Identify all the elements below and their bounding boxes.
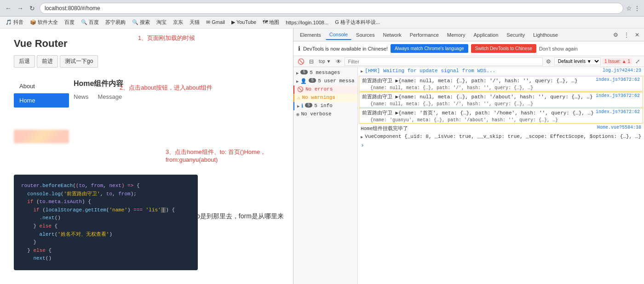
expand-icon[interactable]: ⤢: [634, 58, 641, 65]
tab-elements[interactable]: Elements: [296, 30, 325, 40]
mounted-text: Home组件挂载完毕了: [361, 125, 595, 132]
filter-warnings[interactable]: ⚠ No warnings: [293, 94, 357, 102]
settings-icon[interactable]: ⚙: [545, 58, 552, 65]
route2-source[interactable]: index.js?3672:62: [596, 93, 640, 98]
devtools-tabs: Elements Console Sources Network Perform…: [293, 28, 644, 41]
log-level-select[interactable]: Default levels ▼: [554, 57, 601, 65]
always-match-button[interactable]: Always match Chrome's language: [391, 44, 468, 53]
devtools-more-icon[interactable]: ⋮: [622, 31, 631, 39]
route3-sub: {name: 'guanyu', meta: {…}, path: '/abou…: [359, 117, 643, 123]
mounted-source[interactable]: Home.vue?5584:38: [597, 125, 641, 130]
menu-icon[interactable]: ⋮: [634, 5, 640, 12]
webpage-buttons: 后退 前进 测试一下go: [14, 55, 279, 68]
hmr-source[interactable]: log.js?4244:23: [603, 68, 641, 73]
switch-devtools-button[interactable]: Switch DevTools to Chinese: [471, 44, 536, 53]
hmr-text: [HMR] Waiting for update signal from WDS…: [365, 68, 601, 74]
bookmark-tmall[interactable]: 天猫: [188, 18, 201, 27]
issues-badge[interactable]: 1 Issue: ▲ 1: [603, 58, 632, 64]
sidebar-item-about[interactable]: About: [14, 79, 69, 93]
console-filter-input[interactable]: [345, 57, 543, 66]
to-from-annotation: to是到那里去，form是从哪里来: [195, 212, 284, 221]
eye-icon[interactable]: 👁: [334, 58, 343, 65]
console-filter-panel: ▶ 5 5 messages ▶ 👤 5 5 user messages 🚫 N…: [293, 67, 358, 284]
bookmark-gezi[interactable]: G 格子达本科毕设...: [333, 18, 382, 27]
bookmark-youtube[interactable]: ▶ YouTube: [230, 18, 258, 26]
test-button[interactable]: 测试一下go: [60, 55, 98, 68]
annotation-2: 2、点击about按钮，进入about组件: [120, 84, 213, 92]
log-row-mounted: Home组件挂载完毕了 Home.vue?5584:38: [358, 124, 644, 133]
filter-user-messages[interactable]: ▶ 👤 5 5 user messages: [293, 77, 357, 85]
bookmark-baidu1[interactable]: 百度: [63, 18, 76, 27]
bookmark-baidu2[interactable]: 🔍 百度: [79, 18, 101, 27]
log-row-route2: 前置路由守卫 ▶{name: null, meta: {…}, path: '/…: [359, 92, 643, 101]
vue-text: VueComponent {_uid: 8, _isVue: true, __v…: [365, 134, 641, 139]
user-msg-count: 5: [309, 78, 316, 83]
filter-label-messages: 5 messages: [310, 70, 355, 75]
route1-source[interactable]: index.js?3672:62: [596, 77, 640, 82]
route-group-3: 前置路由守卫 ▶{name: '首页', meta: {…}, path: '/…: [359, 108, 643, 124]
toggle-icon: ▶: [296, 71, 299, 76]
back-button[interactable]: ←: [4, 4, 13, 13]
filter-icon[interactable]: ⊟: [308, 58, 315, 65]
tab-console[interactable]: Console: [326, 30, 351, 40]
address-bar[interactable]: localhost:8080/#/home: [40, 3, 623, 14]
bookmark-software[interactable]: 📦 软件大全: [28, 18, 60, 27]
toggle-hmr[interactable]: ▶: [361, 69, 363, 74]
tab-security[interactable]: Security: [503, 30, 529, 40]
route3-text: 前置路由守卫 ▶{name: '首页', meta: {…}, path: '/…: [362, 109, 594, 116]
tab-memory[interactable]: Memory: [443, 30, 469, 40]
bookmark-douyin[interactable]: 🎵 抖音: [4, 18, 25, 27]
reload-button[interactable]: ↻: [28, 4, 37, 13]
forward-button[interactable]: →: [16, 4, 25, 13]
code-line-6: } else {: [21, 222, 190, 231]
bookmarks-bar: 🎵 抖音 📦 软件大全 百度 🔍 百度 苏宁易购 🔍 搜索 淘宝 京东 天猫 ✉…: [0, 17, 644, 28]
log-row-vue: ▶ VueComponent {_uid: 8, _isVue: true, _…: [358, 133, 644, 141]
bookmark-jd[interactable]: 京东: [171, 18, 185, 27]
code-line-7: alert('姓名不对、无权查看'): [21, 231, 190, 239]
filter-errors[interactable]: 🚫 No errors: [293, 85, 357, 94]
filter-messages[interactable]: ▶ 5 5 messages: [293, 69, 357, 77]
devtools-panel: Elements Console Sources Network Perform…: [293, 28, 644, 284]
tab-network[interactable]: Network: [379, 30, 405, 40]
bookmark-login[interactable]: https://login.1008...: [284, 19, 330, 26]
info-icon: ℹ: [301, 103, 303, 109]
top-dropdown[interactable]: top ▼: [317, 58, 333, 64]
filter-info[interactable]: ▶ ℹ 5 5 info: [293, 102, 357, 110]
toggle-icon-info: ▶: [297, 104, 299, 109]
bookmark-gmail[interactable]: ✉ Gmail: [204, 18, 227, 26]
blurred-image: [14, 130, 69, 143]
log-row-route3: 前置路由守卫 ▶{name: '首页', meta: {…}, path: '/…: [359, 108, 643, 117]
devtools-settings-icon[interactable]: ⚙: [611, 31, 620, 39]
console-content: ▶ 5 5 messages ▶ 👤 5 5 user messages 🚫 N…: [293, 67, 644, 284]
back-nav-button[interactable]: 后退: [14, 55, 35, 68]
tab-lighthouse[interactable]: Lighthouse: [529, 30, 562, 40]
tab-performance[interactable]: Performance: [406, 30, 443, 40]
sidebar-item-home[interactable]: Home: [14, 93, 69, 108]
bookmark-map[interactable]: 🗺 地图: [261, 18, 281, 27]
bookmark-search[interactable]: 🔍 搜索: [130, 18, 152, 27]
filter-verbose[interactable]: ◉ No verbose: [293, 110, 357, 119]
sidebar-nav: About Home: [14, 79, 69, 108]
prompt-icon[interactable]: ›: [361, 142, 364, 149]
toggle-vue[interactable]: ▶: [361, 135, 363, 140]
bookmark-suning[interactable]: 苏宁易购: [104, 18, 127, 27]
devtools-close-icon[interactable]: ✕: [633, 31, 641, 39]
tab-application[interactable]: Application: [470, 30, 502, 40]
console-log: ▶ [HMR] Waiting for update signal from W…: [358, 67, 644, 284]
banner-text: DevTools is now available in Chinese!: [303, 46, 388, 51]
route2-sub: {name: null, meta: {…}, path: '/', hash:…: [359, 101, 643, 107]
route3-source[interactable]: index.js?3672:62: [596, 109, 640, 114]
forward-nav-button[interactable]: 前进: [37, 55, 58, 68]
annotation-1: 1、页面刚加载的时候: [138, 34, 195, 42]
bookmark-taobao[interactable]: 淘宝: [155, 18, 168, 27]
console-toolbar: 🚫 ⊟ top ▼ 👁 ⚙ Default levels ▼ 1 Issue: …: [293, 56, 644, 67]
tab-sources[interactable]: Sources: [352, 30, 378, 40]
filter-label-warnings: No warnings: [302, 95, 355, 100]
sub-nav-news[interactable]: News: [74, 93, 89, 100]
bookmark-icon[interactable]: ☆: [626, 5, 632, 12]
route-group-2: 前置路由守卫 ▶{name: null, meta: {…}, path: '/…: [359, 92, 643, 108]
chrome-banner: ℹ DevTools is now available in Chinese! …: [293, 41, 644, 56]
clear-console-icon[interactable]: 🚫: [296, 58, 306, 65]
dont-show-text[interactable]: Don't show again: [539, 46, 578, 51]
sub-nav-message[interactable]: Message: [98, 93, 122, 100]
